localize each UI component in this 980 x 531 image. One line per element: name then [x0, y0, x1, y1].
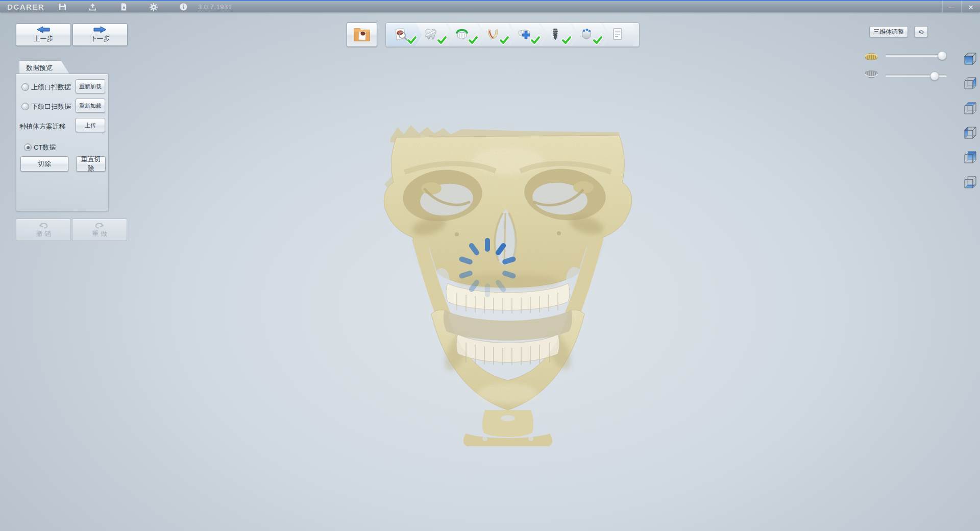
- app-logo: DCARER: [7, 3, 44, 11]
- data-preview-panel: 上颌口扫数据 重新加载 下颌口扫数据 重新加载 种植体方案迁移 上传 CT数据 …: [16, 74, 109, 211]
- view-cube-bottom[interactable]: [962, 174, 978, 190]
- titlebar: DCARER 3.0.7.1931 —: [0, 0, 980, 12]
- check-icon: [530, 36, 541, 45]
- upper-jaw-opacity-row: [864, 49, 950, 62]
- workflow-step-tooth-position[interactable]: [510, 23, 546, 46]
- save-icon: [58, 3, 67, 11]
- restoration-crown-icon: [579, 27, 594, 41]
- undo-button[interactable]: 撤 销: [16, 219, 71, 241]
- case-import-folder-icon: [352, 26, 372, 43]
- view-cube-front[interactable]: [962, 50, 978, 66]
- arrow-right-icon: [93, 26, 107, 33]
- upper-jaw-icon: [864, 49, 879, 61]
- export-button[interactable]: [85, 2, 100, 12]
- lower-scan-label: 下颌口扫数据: [31, 102, 71, 111]
- redo-arrow-icon: [94, 222, 105, 229]
- lower-jaw-opacity-slider[interactable]: [886, 75, 947, 77]
- data-preview-tab[interactable]: 数据预览: [19, 60, 69, 74]
- cut-button[interactable]: 切除: [20, 156, 68, 172]
- ct-data-label: CT数据: [34, 143, 56, 152]
- undo-arrow-icon: [38, 222, 49, 229]
- report-export-icon: [119, 3, 128, 11]
- loading-spinner: [458, 238, 517, 297]
- upper-scan-radio[interactable]: [21, 83, 29, 91]
- implant-icon: [548, 27, 562, 41]
- lower-scan-reload-button[interactable]: 重新加载: [76, 99, 105, 113]
- workflow-step-implant-placement[interactable]: [541, 23, 577, 46]
- settings-gear-icon: [149, 3, 158, 12]
- volume-adjust-button[interactable]: 三维体调整: [869, 26, 908, 37]
- implant-plan-label: 种植体方案迁移: [19, 122, 66, 131]
- minimize-button[interactable]: —: [942, 1, 961, 13]
- prev-step-label: 上一步: [34, 34, 54, 43]
- implant-plan-upload-button[interactable]: 上传: [76, 118, 105, 132]
- check-icon: [561, 36, 572, 45]
- tooth-position-icon: [517, 27, 531, 41]
- report-export-button[interactable]: [116, 2, 131, 12]
- mandible-registration-icon: [486, 27, 500, 41]
- next-step-button[interactable]: 下一步: [72, 23, 128, 46]
- version-label: 3.0.7.1931: [198, 3, 232, 11]
- ct-3d-viewport[interactable]: [0, 12, 980, 531]
- workflow-step-maxilla-registration[interactable]: [448, 23, 483, 46]
- info-icon: [179, 3, 188, 11]
- report-icon: [610, 27, 625, 41]
- workflow-step-report[interactable]: [603, 23, 639, 46]
- case-import-button[interactable]: [347, 22, 377, 47]
- workflow-step-restoration-design[interactable]: [572, 23, 608, 46]
- upper-scan-reload-button[interactable]: 重新加载: [76, 79, 105, 93]
- reset-cut-button[interactable]: 重置切除: [76, 156, 106, 172]
- save-button[interactable]: [55, 2, 70, 12]
- next-step-label: 下一步: [90, 34, 110, 43]
- upper-jaw-opacity-slider[interactable]: [886, 54, 947, 57]
- info-button[interactable]: [176, 2, 191, 12]
- upper-jaw-slider-handle[interactable]: [938, 51, 947, 60]
- check-icon: [468, 36, 478, 45]
- maxilla-registration-icon: [455, 27, 469, 41]
- arrow-left-icon: [37, 26, 50, 33]
- export-icon: [88, 3, 97, 11]
- settings-button[interactable]: [146, 2, 161, 12]
- redo-button[interactable]: 重 做: [72, 219, 127, 241]
- lower-jaw-slider-handle[interactable]: [930, 71, 939, 81]
- data-preview-icon: [394, 27, 408, 41]
- tooth-scan-icon: [424, 27, 438, 41]
- undo-label: 撤 销: [36, 229, 51, 238]
- view-cube-back[interactable]: [962, 149, 978, 165]
- check-icon: [593, 36, 603, 45]
- lower-jaw-opacity-row: [864, 69, 950, 83]
- ct-data-radio[interactable]: [24, 143, 32, 151]
- view-undo-button[interactable]: [914, 26, 928, 37]
- view-cube-right[interactable]: [962, 75, 978, 91]
- redo-label: 重 做: [92, 229, 107, 238]
- close-button[interactable]: ✕: [961, 1, 980, 13]
- prev-step-button[interactable]: 上一步: [16, 23, 71, 46]
- view-cube-top[interactable]: [962, 100, 978, 116]
- check-icon: [407, 36, 417, 45]
- check-icon: [437, 36, 447, 45]
- lower-scan-radio[interactable]: [21, 103, 29, 110]
- dcarer-app: DCARER 3.0.7.1931 —: [0, 0, 980, 531]
- workflow-step-mandible-registration[interactable]: [479, 23, 514, 46]
- workflow-step-data-preview[interactable]: [386, 23, 422, 46]
- check-icon: [499, 36, 509, 45]
- undo-arrow-icon: [918, 28, 924, 35]
- workflow-steps: [385, 22, 640, 47]
- lower-jaw-icon: [864, 69, 879, 82]
- upper-scan-label: 上颌口扫数据: [31, 83, 71, 92]
- view-cube-left[interactable]: [962, 124, 978, 140]
